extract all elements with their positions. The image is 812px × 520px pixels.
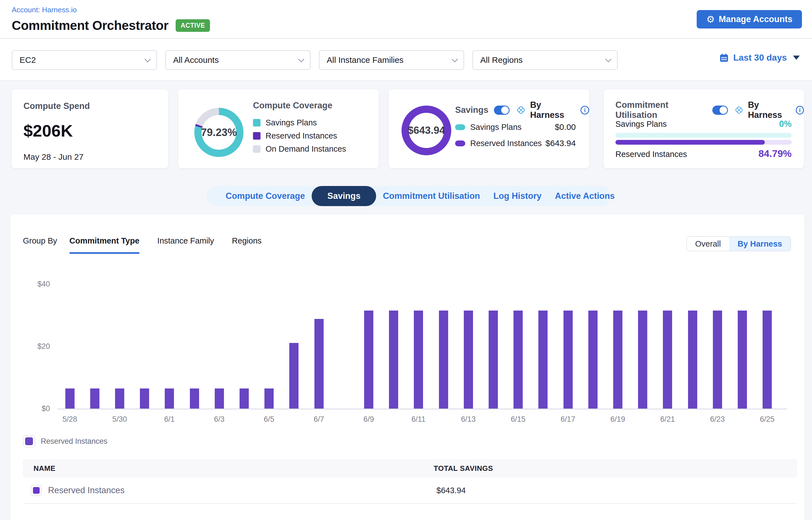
- column-name: NAME: [23, 464, 56, 473]
- bar-6/15: [514, 311, 523, 409]
- savings-panel: Group By Commitment Type Instance Family…: [10, 214, 805, 520]
- x-axis-label: 6/9: [355, 415, 383, 424]
- tab-compute-coverage[interactable]: Compute Coverage: [219, 186, 312, 206]
- filter-bar: EC2 All Accounts All Instance Families A…: [0, 39, 812, 81]
- legend-item: On Demand Instances: [253, 144, 346, 154]
- x-axis-label: 6/13: [454, 415, 482, 424]
- chevron-down-icon: [452, 56, 458, 62]
- tab-log-history[interactable]: Log History: [487, 186, 548, 206]
- savings-plans-swatch: [253, 119, 261, 127]
- column-total-savings: TOTAL SAVINGS: [434, 464, 493, 473]
- bar-6/17: [564, 311, 573, 409]
- savings-plans-swatch: [455, 124, 465, 130]
- x-axis-label: 5/30: [106, 415, 133, 424]
- chart-legend[interactable]: Reserved Instances: [23, 435, 107, 447]
- compute-spend-value: $206K: [23, 121, 156, 140]
- bar-6/23: [713, 311, 722, 409]
- x-axis-label: 6/15: [504, 415, 532, 424]
- regions-dropdown[interactable]: All Regions: [472, 50, 618, 70]
- commitment-orchestrator-page: Account: Harness.io Commitment Orchestra…: [0, 0, 812, 520]
- bar-5/28: [66, 388, 75, 409]
- chevron-down-icon: [145, 56, 151, 62]
- bar-6/9: [364, 311, 373, 409]
- bar-6/12: [439, 311, 448, 409]
- accounts-dropdown[interactable]: All Accounts: [165, 50, 311, 70]
- instance-families-dropdown[interactable]: All Instance Families: [319, 50, 464, 70]
- tab-active-actions[interactable]: Active Actions: [548, 186, 621, 206]
- row-total-savings: $643.94: [437, 486, 466, 495]
- savings-title: Savings: [455, 105, 488, 115]
- x-axis-label: 5/28: [56, 415, 84, 424]
- legend-item: Savings Plans: [253, 117, 346, 128]
- table-row[interactable]: Reserved Instances $643.94: [23, 477, 797, 504]
- group-by-commitment-type[interactable]: Commitment Type: [70, 236, 140, 254]
- by-harness-label-group: By Harness i: [734, 100, 804, 120]
- by-harness-label: By Harness: [748, 100, 792, 120]
- bar-6/24: [738, 311, 747, 409]
- account-link[interactable]: Account: Harness.io: [12, 6, 77, 14]
- info-icon[interactable]: i: [580, 106, 589, 114]
- x-axis-label: 6/25: [753, 415, 781, 424]
- group-by-regions[interactable]: Regions: [232, 236, 261, 252]
- info-icon[interactable]: i: [796, 106, 804, 114]
- x-axis-label: 6/21: [654, 415, 682, 424]
- savings-legend: Savings Plans $0.00 Reserved Instances $…: [455, 122, 576, 148]
- tab-commitment-utilisation[interactable]: Commitment Utilisation: [376, 186, 487, 206]
- bar-5/29: [90, 388, 99, 409]
- instance-families-dropdown-value: All Instance Families: [327, 55, 403, 65]
- by-harness-toggle[interactable]: [494, 106, 509, 115]
- harness-logo-icon: [734, 104, 744, 116]
- legend-label: On Demand Instances: [266, 145, 346, 154]
- compute-coverage-legend: Savings Plans Reserved Instances On Dema…: [253, 117, 346, 154]
- chart-legend-label: Reserved Instances: [41, 437, 107, 446]
- y-axis-label: $20: [27, 342, 57, 351]
- compute-spend-period: May 28 - Jun 27: [23, 152, 156, 162]
- bar-6/4: [240, 388, 249, 409]
- x-axis-label: 6/11: [404, 415, 433, 424]
- bar-6/11: [414, 311, 423, 409]
- reserved-instances-swatch: [253, 132, 261, 140]
- bar-5/31: [140, 388, 149, 409]
- tab-savings[interactable]: Savings: [312, 186, 376, 206]
- savings-card-header: Savings By Harness i: [455, 100, 589, 120]
- status-badge: ACTIVE: [176, 19, 210, 32]
- compute-coverage-card: 79.23% Compute Coverage Savings Plans Re…: [178, 89, 378, 168]
- x-axis-label: 6/3: [205, 415, 233, 424]
- row-swatch-chip: [31, 485, 42, 496]
- group-by-instance-family[interactable]: Instance Family: [157, 236, 214, 252]
- calendar-icon: [719, 53, 729, 62]
- bar-6/25: [763, 311, 772, 409]
- commitment-utilisation-body: Savings Plans 0% Reserved Instances 84.7…: [615, 119, 792, 159]
- by-harness-toggle[interactable]: [712, 106, 728, 115]
- date-range-selector[interactable]: Last 30 days: [719, 52, 800, 63]
- savings-plans-percent: 0%: [779, 119, 792, 129]
- legend-item: Reserved Instances $643.94: [455, 138, 576, 148]
- y-axis-label: $40: [27, 280, 57, 288]
- legend-item: Reserved Instances: [253, 130, 346, 141]
- group-by-label: Group By: [23, 236, 57, 245]
- reserved-instances-percent: 84.79%: [758, 148, 792, 159]
- x-axis-label: 6/7: [305, 415, 333, 424]
- reserved-instances-swatch: [455, 140, 465, 146]
- compute-coverage-title: Compute Coverage: [253, 101, 332, 111]
- legend-label: Reserved Instances: [470, 139, 542, 148]
- savings-card: $643.94 Savings By Harness i: [389, 89, 589, 168]
- manage-accounts-button[interactable]: ⚙ Manage Accounts: [697, 10, 802, 28]
- bar-6/22: [688, 311, 697, 409]
- legend-label: Savings Plans: [266, 118, 317, 127]
- legend-label: Savings Plans: [470, 123, 522, 132]
- overall-byharness-toggle: Overall By Harness: [686, 236, 791, 251]
- x-axis-label: 6/19: [604, 415, 632, 424]
- compute-spend-card: Compute Spend $206K May 28 - Jun 27: [12, 89, 168, 168]
- segment-by-harness[interactable]: By Harness: [729, 237, 790, 251]
- service-dropdown[interactable]: EC2: [12, 50, 157, 70]
- table-header: NAME TOTAL SAVINGS: [23, 459, 797, 477]
- bar-6/1: [165, 388, 174, 409]
- segment-overall[interactable]: Overall: [687, 237, 729, 251]
- compute-coverage-donut: 79.23%: [194, 108, 243, 157]
- y-axis-label: $0: [27, 405, 57, 413]
- savings-table: NAME TOTAL SAVINGS Reserved Instances $6…: [23, 459, 797, 504]
- bar-6/5: [264, 388, 273, 409]
- manage-accounts-label: Manage Accounts: [719, 14, 792, 24]
- by-harness-label-group: By Harness i: [515, 100, 589, 120]
